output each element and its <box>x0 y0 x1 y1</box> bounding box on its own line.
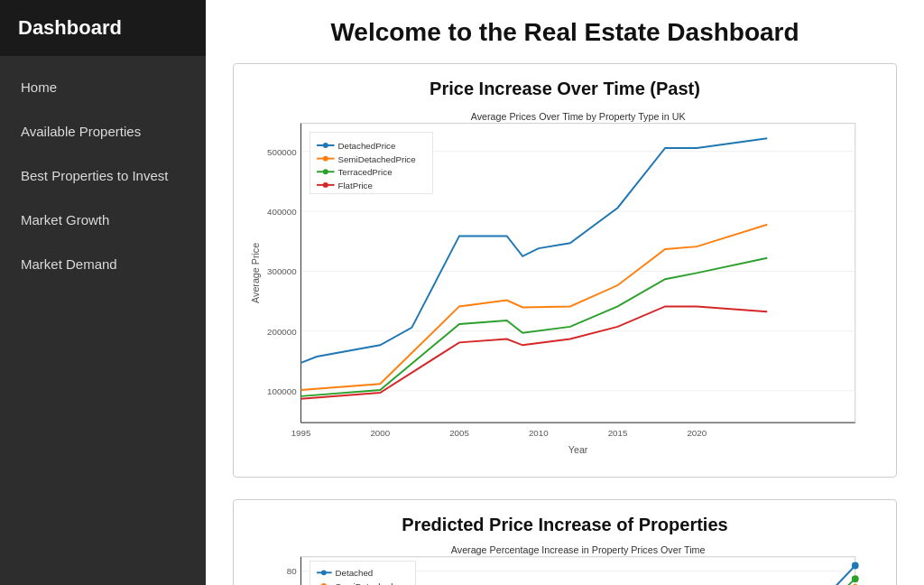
svg-text:500000: 500000 <box>267 147 297 157</box>
svg-text:2000: 2000 <box>370 428 390 438</box>
svg-point-30 <box>323 169 328 174</box>
svg-text:TerracedPrice: TerracedPrice <box>337 167 392 177</box>
svg-text:FlatPrice: FlatPrice <box>337 181 372 190</box>
chart-section-1: Price Increase Over Time (Past) Average … <box>233 63 897 478</box>
sidebar-nav: Home Available Properties Best Propertie… <box>0 65 206 286</box>
svg-text:Average Prices Over Time by Pr: Average Prices Over Time by Property Typ… <box>471 111 687 122</box>
svg-text:80: 80 <box>287 566 297 576</box>
svg-point-27 <box>323 156 328 162</box>
chart1-title: Price Increase Over Time (Past) <box>248 79 882 99</box>
svg-text:2010: 2010 <box>529 428 549 438</box>
chart2-wrap: Average Percentage Increase in Property … <box>248 546 882 585</box>
svg-text:Average Percentage Increase in: Average Percentage Increase in Property … <box>451 546 706 555</box>
svg-text:Average Price: Average Price <box>250 243 261 303</box>
svg-text:1995: 1995 <box>291 428 311 438</box>
sidebar-title: Dashboard <box>0 0 206 56</box>
svg-text:Detached: Detached <box>336 568 374 578</box>
svg-text:SemiDetached: SemiDetached <box>336 581 393 585</box>
sidebar: Dashboard Home Available Properties Best… <box>0 0 206 585</box>
sidebar-item-home[interactable]: Home <box>0 65 206 109</box>
sidebar-item-growth[interactable]: Market Growth <box>0 198 206 242</box>
svg-point-47 <box>321 570 327 575</box>
svg-text:Year: Year <box>568 444 588 455</box>
chart-section-2: Predicted Price Increase of Properties A… <box>233 499 897 585</box>
svg-text:2015: 2015 <box>608 428 628 438</box>
svg-text:SemiDetachedPrice: SemiDetachedPrice <box>337 154 415 164</box>
svg-text:DetachedPrice: DetachedPrice <box>337 141 395 151</box>
page-title: Welcome to the Real Estate Dashboard <box>233 18 897 47</box>
svg-point-41 <box>852 562 859 570</box>
svg-point-33 <box>323 182 328 188</box>
svg-text:200000: 200000 <box>267 327 297 337</box>
svg-point-24 <box>323 143 328 148</box>
chart2-svg: Average Percentage Increase in Property … <box>248 546 882 585</box>
sidebar-item-best[interactable]: Best Properties to Invest <box>0 153 206 198</box>
main-content: Welcome to the Real Estate Dashboard Pri… <box>206 0 924 585</box>
svg-text:100000: 100000 <box>267 386 297 396</box>
svg-text:400000: 400000 <box>267 207 297 217</box>
svg-point-43 <box>852 575 859 582</box>
sidebar-item-available[interactable]: Available Properties <box>0 109 206 153</box>
chart1-svg: Average Prices Over Time by Property Typ… <box>248 110 882 462</box>
svg-text:300000: 300000 <box>267 266 297 276</box>
svg-text:2020: 2020 <box>687 428 707 438</box>
sidebar-item-demand[interactable]: Market Demand <box>0 242 206 286</box>
svg-text:2005: 2005 <box>449 428 469 438</box>
chart2-title: Predicted Price Increase of Properties <box>248 515 882 535</box>
chart1-wrap: Average Prices Over Time by Property Typ… <box>248 110 882 462</box>
